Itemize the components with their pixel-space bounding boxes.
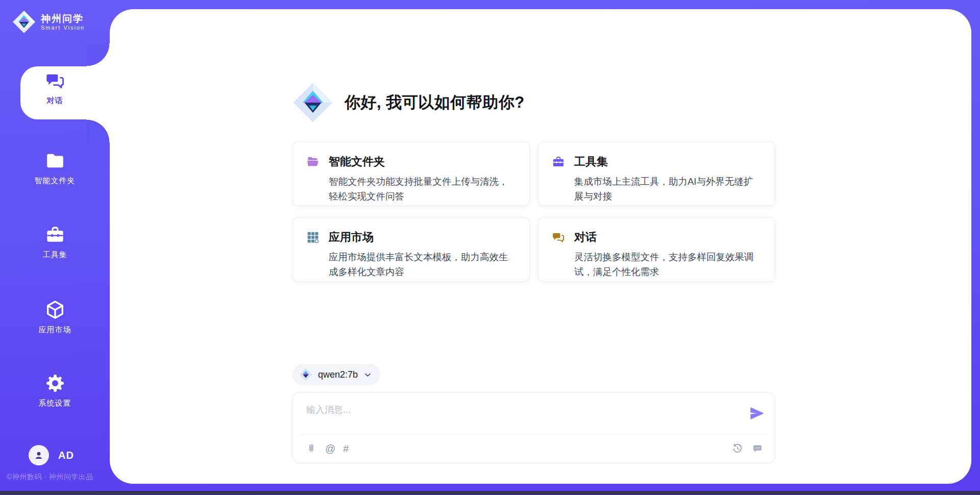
sidebar-item-settings[interactable]: 系统设置 <box>0 373 110 408</box>
card-app-market[interactable]: 应用市场 应用市场提供丰富长文本模板，助力高效生成多样化文章内容 <box>292 217 530 282</box>
avatar <box>29 445 49 465</box>
sidebar-item-label: 工具集 <box>43 250 67 260</box>
card-title: 对话 <box>574 230 597 245</box>
greeting: 你好, 我可以如何帮助你? <box>292 82 525 123</box>
card-title: 工具集 <box>574 154 608 169</box>
composer-toolbar: @ # <box>305 441 764 456</box>
send-button[interactable] <box>748 405 766 423</box>
user-row[interactable]: AD <box>29 445 74 465</box>
attachment-icon[interactable] <box>305 442 317 455</box>
toolbox-icon <box>552 155 565 168</box>
model-logo-icon <box>299 368 312 381</box>
composer: @ # <box>292 392 775 463</box>
card-description: 集成市场上主流工具，助力AI与外界无缝扩展与对接 <box>574 174 762 204</box>
card-description: 智能文件夹功能支持批量文件上传与清洗，轻松实现文件问答 <box>329 174 516 204</box>
user-name: AD <box>58 450 74 461</box>
brand: 神州问学 Smart Vision <box>12 10 85 34</box>
user-icon <box>33 449 45 461</box>
message-input[interactable] <box>305 400 731 420</box>
brand-logo-icon <box>12 10 36 34</box>
card-smart-folder[interactable]: 智能文件夹 智能文件夹功能支持批量文件上传与清洗，轻松实现文件问答 <box>292 141 530 206</box>
card-toolset[interactable]: 工具集 集成市场上主流工具，助力AI与外界无缝扩展与对接 <box>538 141 775 206</box>
composer-divider <box>300 434 768 435</box>
history-icon[interactable] <box>731 442 744 455</box>
card-head: 对话 <box>552 230 762 245</box>
bottom-strip <box>0 491 980 495</box>
chat-icon <box>552 231 565 244</box>
sidebar-item-chat[interactable]: 对话 <box>0 70 110 106</box>
sidebar-item-app-market[interactable]: 应用市场 <box>0 300 110 335</box>
sidebar-item-toolset[interactable]: 工具集 <box>0 225 110 260</box>
brand-name: 神州问学 <box>41 13 85 24</box>
greeting-text: 你好, 我可以如何帮助你? <box>345 92 525 113</box>
card-description: 灵活切换多模型文件，支持多样回复效果调试，满足个性化需求 <box>574 250 762 279</box>
grid-icon <box>306 231 320 244</box>
card-title: 应用市场 <box>329 230 374 245</box>
brand-text: 神州问学 Smart Vision <box>41 13 85 31</box>
hashtag-icon[interactable]: # <box>343 442 349 455</box>
app-window: 神州问学 Smart Vision 对话 智能文件夹 <box>0 0 980 495</box>
active-tab-curve-bottom <box>87 119 110 142</box>
card-description: 应用市场提供丰富长文本模板，助力高效生成多样化文章内容 <box>329 250 516 279</box>
sidebar-item-label: 应用市场 <box>39 325 71 335</box>
card-head: 智能文件夹 <box>306 154 516 169</box>
send-icon <box>749 406 765 421</box>
main-panel: 你好, 我可以如何帮助你? 智能文件夹 智能文件夹功能支持批量文件上传与清洗，轻… <box>110 9 971 484</box>
folder-open-icon <box>306 155 320 168</box>
cube-icon <box>45 300 65 320</box>
sidebar-item-label: 对话 <box>47 96 63 106</box>
card-chat[interactable]: 对话 灵活切换多模型文件，支持多样回复效果调试，满足个性化需求 <box>538 217 775 282</box>
gear-icon <box>45 373 65 393</box>
chevron-down-icon <box>363 370 372 379</box>
card-head: 工具集 <box>552 154 762 169</box>
sidebar-item-label: 智能文件夹 <box>35 176 76 186</box>
mention-icon[interactable]: @ <box>325 442 335 455</box>
card-title: 智能文件夹 <box>329 154 385 169</box>
toolbox-icon <box>45 225 65 245</box>
brand-subtitle: Smart Vision <box>41 24 85 31</box>
feature-cards: 智能文件夹 智能文件夹功能支持批量文件上传与清洗，轻松实现文件问答 <box>292 141 775 282</box>
sidebar-footer: ©神州数码 · 神州问学出品 <box>7 473 93 482</box>
chat-icon <box>45 70 65 91</box>
folder-icon <box>45 151 65 171</box>
feedback-icon[interactable] <box>751 442 764 455</box>
composer-toolbar-right <box>731 442 764 455</box>
sidebar: 神州问学 Smart Vision 对话 智能文件夹 <box>0 0 110 495</box>
sidebar-item-label: 系统设置 <box>39 399 71 408</box>
assistant-logo-icon <box>292 82 333 123</box>
model-selector[interactable]: qwen2:7b <box>292 364 380 385</box>
card-head: 应用市场 <box>306 230 516 245</box>
sidebar-item-smart-folder[interactable]: 智能文件夹 <box>0 151 110 186</box>
model-name: qwen2:7b <box>318 369 358 380</box>
active-tab-curve-top <box>87 43 110 66</box>
